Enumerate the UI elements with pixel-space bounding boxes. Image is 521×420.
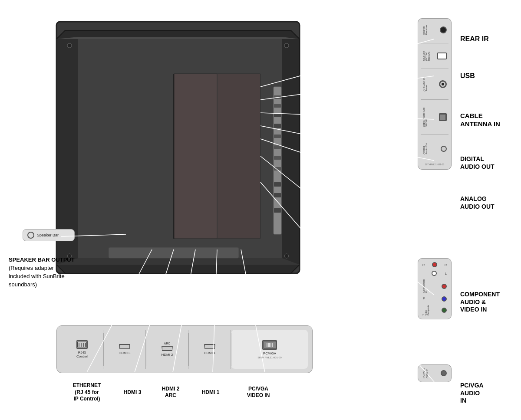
rca-pr-connector xyxy=(442,284,447,289)
cable-antenna-label: ATSC/NTSCTuner xyxy=(422,77,428,92)
analog-audio-title: ANALOGAUDIO OUT xyxy=(460,195,517,210)
svg-rect-25 xyxy=(109,247,239,258)
rca-pb-connector xyxy=(442,296,447,302)
hdmi3-label: HDMI 3 xyxy=(119,351,130,355)
svg-rect-16 xyxy=(274,156,281,160)
speaker-bar-icon xyxy=(27,232,34,239)
vga-connector xyxy=(262,340,277,350)
bottom-part-number: 58TV PNL21-001-00 xyxy=(257,356,281,359)
analog-audio-port: AnalogAudio Out xyxy=(421,143,448,154)
coax-connector xyxy=(439,80,447,88)
svg-rect-15 xyxy=(274,145,281,149)
optical-connector xyxy=(439,113,447,121)
pcvga-audio-port: PC/VGAAudio In xyxy=(421,368,448,378)
svg-marker-5 xyxy=(56,37,300,39)
svg-rect-13 xyxy=(274,124,281,128)
rj45-connector xyxy=(76,340,88,349)
usb-title: USB xyxy=(460,72,517,80)
analog-audio-label: AnalogAudio Out xyxy=(422,143,428,154)
pcvga-audio-connector xyxy=(441,370,447,376)
hdmi2-section: ARC HDMI 2 xyxy=(146,330,188,369)
hdmi2-title: HDMI 2ARC xyxy=(151,386,190,399)
connector-panel-component: R R - L ComponentPr Pb YVideoComposite xyxy=(418,258,452,319)
svg-rect-11 xyxy=(274,104,281,108)
svg-rect-20 xyxy=(274,208,281,213)
svg-rect-12 xyxy=(274,113,281,117)
svg-point-21 xyxy=(67,43,72,48)
component-title: COMPONENTAUDIO &VIDEO IN xyxy=(460,291,517,314)
rca-r-connector xyxy=(432,262,437,267)
hdmi2-label: HDMI 2 xyxy=(161,353,173,357)
ethernet-title: ETHERNET(RJ 45 forIP Control) xyxy=(63,382,111,403)
component-y-port: YVideoComposite xyxy=(421,305,448,315)
rca-l-connector xyxy=(432,271,437,276)
usb-connector xyxy=(437,52,447,59)
svg-rect-17 xyxy=(274,167,281,171)
speaker-bar-callout: Speaker Bar xyxy=(23,229,75,241)
svg-rect-18 xyxy=(274,182,281,187)
hdmi3-title: HDMI 3 xyxy=(115,389,150,396)
usb-port: USB 3.0(DC 5V900mA) xyxy=(421,51,448,61)
digital-audio-port: Digital Audio OutSPDIF xyxy=(421,108,448,127)
component-l-port: - L xyxy=(421,271,448,276)
svg-rect-7 xyxy=(174,74,217,239)
rca-y-connector xyxy=(442,308,447,313)
component-pr-port: ComponentPr xyxy=(421,279,448,293)
cable-antenna-port: ATSC/NTSCTuner xyxy=(421,77,448,92)
speaker-bar-description: SPEAKER BAR OUTPUT (Requires adapterincl… xyxy=(9,256,104,289)
usb-label: USB 3.0(DC 5V900mA) xyxy=(422,51,430,61)
pcvga-section: PC/VGA 58TV PNL21-001-00 xyxy=(231,330,308,369)
pcvga-audio-title: PC/VGAAUDIOIN xyxy=(460,382,517,405)
rj45-label: RJ45Control xyxy=(76,351,88,358)
rear-ir-label: Rear IRReceiver xyxy=(422,25,428,35)
ethernet-section: RJ45Control xyxy=(61,330,103,369)
digital-audio-title: DIGITALAUDIO OUT xyxy=(460,155,517,171)
cable-antenna-title: CABLEANTENNA IN xyxy=(460,112,517,128)
hdmi1-section: HDMI 1 xyxy=(189,330,231,369)
hdmi3-section: HDMI 3 xyxy=(104,330,146,369)
svg-rect-10 xyxy=(274,95,281,99)
connector-panel-pcvga: PC/VGAAudio In xyxy=(418,364,452,382)
connector-panel-top: Rear IRReceiver USB 3.0(DC 5V900mA) ATSC… xyxy=(418,18,452,170)
component-r-port: R R xyxy=(421,262,448,267)
svg-point-24 xyxy=(284,254,289,258)
hdmi2-connector xyxy=(162,346,173,351)
svg-rect-19 xyxy=(274,193,281,197)
svg-rect-14 xyxy=(274,135,281,138)
rear-ir-connector xyxy=(440,26,447,33)
rear-ir-port: Rear IRReceiver xyxy=(421,25,448,35)
hdmi3-connector xyxy=(119,344,130,349)
component-pb-port: Pb xyxy=(421,296,448,302)
pcvga-label: PC/VGA xyxy=(263,351,276,355)
rear-ir-title: REAR IR xyxy=(460,35,517,43)
arc-badge: ARC xyxy=(164,342,171,345)
analog-connector xyxy=(441,146,447,152)
pcvga-video-title: PC/VGAVIDEO IN xyxy=(234,386,282,399)
digital-audio-label: Digital Audio OutSPDIF xyxy=(422,108,428,127)
hdmi1-connector xyxy=(204,344,215,349)
bottom-connector-panel: RJ45Control HDMI 3 ARC HDMI 2 HDMI 1 xyxy=(56,325,313,373)
hdmi1-title: HDMI 1 xyxy=(193,389,228,396)
svg-point-22 xyxy=(284,43,289,48)
hdmi1-label: HDMI 1 xyxy=(204,351,215,355)
speaker-bar-box-label: Speaker Bar xyxy=(37,233,59,237)
